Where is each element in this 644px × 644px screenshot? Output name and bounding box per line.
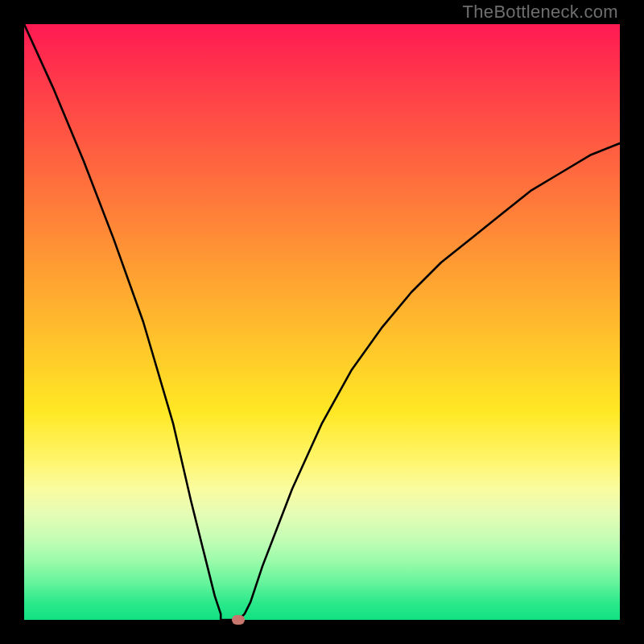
curve-path (24, 24, 620, 620)
chart-frame: TheBottleneck.com (0, 0, 644, 644)
plot-area (24, 24, 620, 620)
watermark-text: TheBottleneck.com (463, 2, 618, 23)
optimal-point-marker (232, 615, 245, 625)
bottleneck-curve (24, 24, 620, 620)
